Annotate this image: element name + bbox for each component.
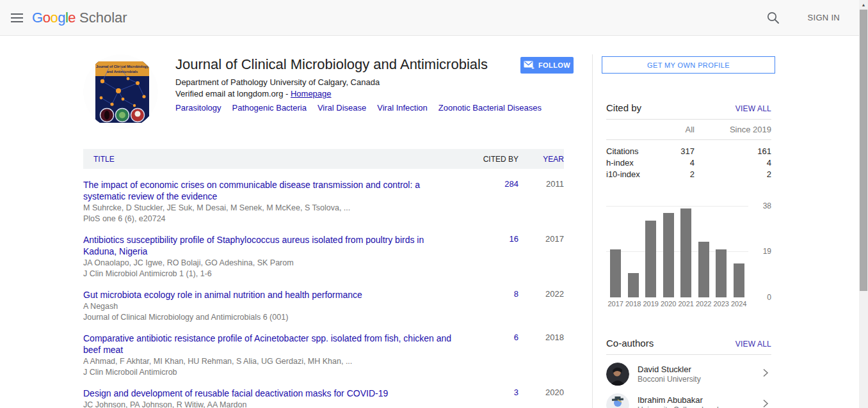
cited-by-title: Cited by	[606, 102, 641, 113]
coauthor-name[interactable]: David Stuckler	[638, 365, 701, 375]
citation-bar-2017[interactable]	[610, 249, 621, 297]
publication-authors: JC Johnson, PA Johnson, R Witiw, AA Mard…	[83, 400, 455, 408]
publication-row: Comparative antibiotic resistance profil…	[83, 333, 564, 377]
publication-authors: A Negash	[83, 302, 455, 311]
metrics-spacer	[606, 124, 656, 135]
citation-bar-2021[interactable]	[680, 208, 691, 297]
metric-row: h-index 4 4	[606, 157, 771, 168]
scholar-logo[interactable]: Google Scholar	[32, 10, 127, 26]
chart-year-label: 2020	[660, 300, 678, 308]
chart-year-label: 2024	[730, 300, 748, 308]
publication-row: Antibiotics susceptibility profile of St…	[83, 234, 564, 279]
profile-avatar[interactable]: Journal of Clinical Microbiology and Ant…	[83, 54, 158, 129]
column-header-year[interactable]: YEAR	[518, 155, 564, 164]
cited-by-view-all-link[interactable]: VIEW ALL	[735, 104, 771, 113]
cited-by-count-link[interactable]: 8	[514, 289, 518, 299]
interest-tag[interactable]: Zoonotic Bacterial Diseases	[438, 103, 542, 113]
logo-scholar: Scholar	[79, 10, 127, 26]
column-header-cited-by[interactable]: CITED BY	[470, 155, 518, 164]
publication-venue: PloS one 6 (6), e20724	[83, 214, 455, 224]
interest-tag[interactable]: Viral Disease	[317, 103, 366, 113]
publication-row: Design and development of reusable facia…	[83, 388, 564, 408]
publications-table: TITLE CITED BY YEAR The impact of econom…	[83, 149, 564, 408]
scrollbar-thumb[interactable]	[860, 10, 867, 291]
coauthor-item[interactable]: David Stuckler Bocconi University	[606, 363, 771, 386]
publication-title-link[interactable]: Design and development of reusable facia…	[83, 388, 388, 398]
chart-year-label: 2019	[642, 300, 660, 308]
svg-text:+: +	[531, 65, 534, 70]
publication-authors: M Suhrcke, D Stuckler, JE Suk, M Desai, …	[83, 203, 455, 213]
publication-year: 2011	[518, 179, 564, 224]
chevron-right-icon[interactable]	[762, 398, 769, 408]
chart-x-labels: 20172018201920202021202220232024	[606, 300, 748, 308]
publication-row: Gut microbiota ecology role in animal nu…	[83, 289, 564, 322]
metric-label[interactable]: Citations	[606, 146, 656, 157]
cited-by-count-link[interactable]: 16	[510, 234, 518, 244]
top-bar-right: SIGN IN	[766, 10, 840, 26]
publication-title-link[interactable]: Comparative antibiotic resistance profil…	[83, 333, 451, 355]
scrollbar-up-icon[interactable]: ▲	[859, 1, 868, 9]
follow-button[interactable]: + FOLLOW	[520, 57, 574, 74]
cited-by-count-link[interactable]: 6	[514, 333, 518, 342]
coauthor-affiliation: Bocconi University	[638, 375, 701, 384]
citation-bar-2024[interactable]	[734, 263, 744, 297]
metric-value-all: 4	[656, 157, 695, 168]
publication-cited-cell: 6	[470, 333, 518, 377]
publication-title-link[interactable]: Gut microbiota ecology role in animal nu…	[83, 290, 362, 300]
metric-value-all: 317	[656, 146, 695, 157]
publication-year: 2022	[518, 289, 564, 322]
metrics-table: Citations 317 161 h-index 4 4 i10-index …	[606, 146, 771, 180]
chart-year-label: 2022	[695, 300, 713, 308]
logo-google: Google	[32, 10, 76, 26]
publication-title-link[interactable]: Antibiotics susceptibility profile of St…	[83, 235, 424, 256]
coauthors-view-all-link[interactable]: VIEW ALL	[735, 340, 771, 349]
interest-tag[interactable]: Parasitology	[175, 103, 221, 113]
citation-bar-2020[interactable]	[663, 213, 674, 297]
divider	[606, 139, 771, 140]
column-header-title[interactable]: TITLE	[83, 155, 470, 164]
metric-row: Citations 317 161	[606, 146, 771, 157]
metric-label[interactable]: i10-index	[606, 169, 656, 180]
publications-table-header: TITLE CITED BY YEAR	[83, 149, 564, 169]
cited-by-header: Cited by VIEW ALL	[606, 102, 771, 113]
content-divider	[592, 54, 593, 408]
search-icon[interactable]	[766, 10, 781, 26]
coauthors-title: Co-authors	[606, 338, 654, 349]
metric-value-since: 2	[695, 169, 771, 180]
metric-label[interactable]: h-index	[606, 157, 656, 168]
interest-tag[interactable]: Viral Infection	[377, 103, 428, 113]
chart-y-tick: 19	[752, 247, 771, 256]
citation-bar-2022[interactable]	[698, 242, 709, 297]
publication-year: 2017	[518, 234, 564, 279]
citation-bar-2019[interactable]	[645, 221, 656, 297]
publication-venue: J Clin Microbiol Antimicrob 1 (1), 1-6	[83, 269, 455, 279]
publication-cited-cell: 3	[470, 388, 518, 408]
get-my-own-profile-button[interactable]: GET MY OWN PROFILE	[602, 56, 775, 74]
citation-bar-2023[interactable]	[716, 249, 727, 297]
interest-tag[interactable]: Pathogenic Bacteria	[232, 103, 307, 113]
scrollbar[interactable]: ▲	[859, 0, 868, 408]
publication-authors: JA Onaolapo, JC Igwe, RO Bolaji, GO Ades…	[83, 258, 455, 268]
top-bar: Google Scholar SIGN IN	[0, 0, 868, 36]
metrics-col-since: Since 2019	[695, 124, 771, 135]
sign-in-button[interactable]: SIGN IN	[808, 13, 840, 22]
publication-authors: A Ahmad, F Akhtar, MI Khan, HU Rehman, S…	[83, 357, 455, 366]
homepage-link[interactable]: Homepage	[291, 89, 332, 98]
menu-icon[interactable]	[10, 10, 25, 26]
profile-affiliation: Department of Pathology University of Ca…	[175, 77, 380, 87]
publication-title-link[interactable]: The impact of economic crises on communi…	[83, 180, 420, 201]
chevron-right-icon[interactable]	[762, 368, 769, 381]
citation-bar-2018[interactable]	[628, 273, 639, 297]
coauthor-item[interactable]: Ibrahim Abubakar University College Lond…	[606, 393, 771, 408]
coauthor-text: David Stuckler Bocconi University	[638, 365, 701, 384]
cited-by-count-link[interactable]: 3	[514, 388, 518, 397]
publication-year: 2020	[518, 388, 564, 408]
chart-year-label: 2023	[712, 300, 730, 308]
profile-name: Journal of Clinical Microbiology and Ant…	[175, 56, 488, 73]
metric-row: i10-index 2 2	[606, 169, 771, 180]
publication-year: 2018	[518, 333, 564, 377]
chart-year-label: 2017	[607, 300, 625, 308]
coauthor-name[interactable]: Ibrahim Abubakar	[638, 395, 727, 405]
citations-chart-bars	[606, 206, 748, 297]
cited-by-count-link[interactable]: 284	[504, 179, 518, 189]
